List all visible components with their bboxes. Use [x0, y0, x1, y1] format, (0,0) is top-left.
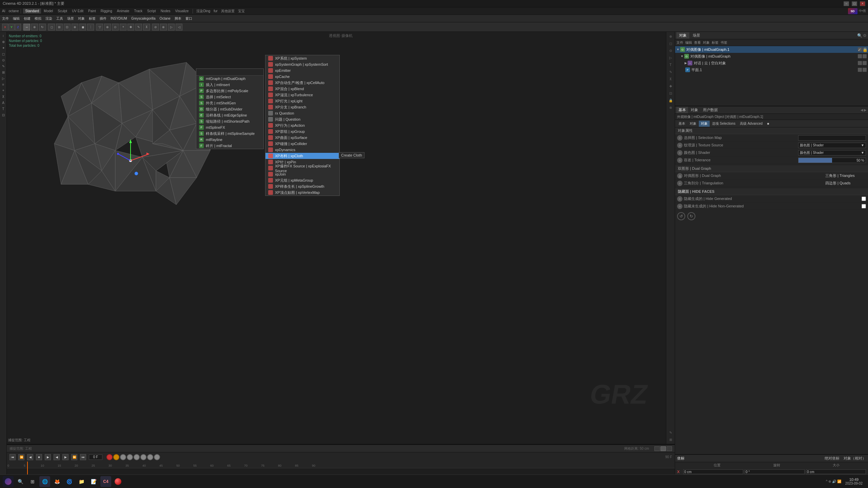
record-btn4[interactable]	[127, 454, 133, 460]
dropdown-item-fractal[interactable]: F 碎片 | mtFractal	[196, 143, 263, 149]
rotate-tool[interactable]: ↻	[39, 24, 46, 30]
obj-ctrl-vis2[interactable]	[858, 54, 862, 58]
hidenongenerated-checkbox[interactable]	[862, 204, 866, 208]
tab-uv[interactable]: UV Edit	[70, 8, 85, 14]
tab-objects[interactable]: 对象	[676, 32, 689, 39]
obj-row-dualgraph[interactable]: ▼ G 对偶图像 | mtDualGraph	[675, 53, 868, 60]
rdd-xpsystem[interactable]: XP系统 | xpSystem	[265, 55, 339, 61]
record-btn6[interactable]	[140, 454, 146, 460]
tab-animate[interactable]: Animate	[115, 8, 132, 14]
tab-fur[interactable]: fur	[212, 8, 219, 14]
btn-next-frame[interactable]: ▶	[62, 454, 68, 460]
tool-a[interactable]: ▽	[96, 24, 103, 30]
rdd-xpcollider[interactable]: XP碰撞 | xpCollider	[265, 141, 339, 147]
triangulation-toggle[interactable]: ○	[677, 181, 683, 186]
tool-i[interactable]: ⊗	[160, 24, 167, 30]
record-btn8[interactable]	[154, 454, 160, 460]
vr-icon-6[interactable]: ✎	[668, 69, 674, 75]
coord-tab-absolute[interactable]: 绝对坐标	[825, 456, 840, 461]
record-btn3[interactable]	[120, 454, 126, 460]
texsrc-toggle[interactable]: ○	[677, 143, 683, 148]
tool-k[interactable]: ◁	[176, 24, 182, 30]
tab-scene[interactable]: 场景	[690, 32, 703, 39]
filter-icon[interactable]: ⚙	[863, 33, 867, 38]
taskbar-start[interactable]	[3, 476, 14, 487]
taskbar-browser[interactable]: 🦊	[52, 476, 62, 487]
plugin-octane-tab[interactable]: octane	[8, 9, 19, 13]
tool-j[interactable]: ▷	[168, 24, 175, 30]
menu-render[interactable]: 渲染	[45, 16, 52, 21]
taskbar-chrome[interactable]: 🌐	[39, 476, 50, 487]
tool-b[interactable]: ⊕	[104, 24, 111, 30]
menu-edit[interactable]: 编辑	[13, 16, 20, 21]
left-icon-7[interactable]: ⊞	[1, 70, 6, 75]
dropdown-item-edgespline[interactable]: E 沿样条线 | mtEdgeSpline	[196, 112, 263, 118]
left-icon-1[interactable]: ↕	[1, 33, 6, 38]
left-icon-3[interactable]: ✦	[1, 45, 6, 50]
tool-f[interactable]: ✎	[135, 24, 142, 30]
vr-icon-1[interactable]: ⊕	[668, 33, 674, 39]
btn-next-keyframe[interactable]: ⏩	[71, 454, 77, 460]
minimize-btn[interactable]: －	[844, 1, 849, 6]
rdd-xpemitter[interactable]: xpEmitter	[265, 67, 339, 74]
tolerance-slider[interactable]: 50 %	[798, 158, 866, 163]
rdd-xpsurface[interactable]: XP曲面 | xpSurface	[265, 135, 339, 141]
view-btn4[interactable]: ⊗	[72, 24, 78, 30]
record-btn[interactable]	[106, 454, 113, 460]
view-btn1[interactable]: ◻	[48, 24, 55, 30]
tab-track[interactable]: Track	[132, 8, 144, 14]
tab-rigging[interactable]: Rigging	[99, 8, 114, 14]
rdd-xpcellauto[interactable]: XP自动生产/检查 | xpCellAuto	[265, 80, 339, 86]
taskbar-redball[interactable]	[113, 476, 123, 487]
rdd-xpaction[interactable]: XP行为 | xpAction	[265, 122, 339, 128]
props-tab-basic[interactable]: 基本	[676, 107, 688, 113]
menu-insydium[interactable]: INSYDIUM	[111, 17, 127, 20]
dropdown-item-mtgraph[interactable]: G mtGraph | mtDualGraph	[196, 76, 263, 82]
props-btn-reset[interactable]: ↻	[687, 212, 695, 220]
dropdown-item-rayline[interactable]: R mtRayline	[196, 137, 263, 143]
view-mode-2[interactable]	[660, 446, 666, 451]
dropdown-item-subdivider[interactable]: D 细分器 | mtSubDivider	[196, 106, 263, 112]
taskbar-edge[interactable]: 🌀	[64, 476, 75, 487]
search-icon[interactable]: 🔍	[857, 33, 862, 38]
section-dualgraph-header[interactable]: 双图形 | Dual Graph	[675, 165, 868, 172]
dropdown-item-splinefx[interactable]: F mtSplineFX	[196, 124, 263, 130]
obj-ctrl-lock3[interactable]	[863, 61, 867, 65]
rdd-rxquestion[interactable]: rx Question	[265, 110, 339, 116]
tab-standard[interactable]: Standard	[23, 8, 41, 14]
taskbar-folder[interactable]: 📁	[76, 476, 87, 487]
rdd-xplight[interactable]: XP灯光 | xpLight	[265, 98, 339, 104]
props-nav-back[interactable]: ◀	[861, 108, 863, 112]
tab-paint[interactable]: Paint	[86, 8, 98, 14]
left-icon-5[interactable]: ⊙	[1, 58, 6, 62]
taskbar-search[interactable]: 🔍	[15, 476, 26, 487]
rdd-xpdynamics[interactable]: xpDynamics	[265, 147, 339, 153]
record-btn2[interactable]	[113, 454, 119, 460]
vr-icon-11[interactable]: ⊗	[668, 104, 674, 110]
vr-icon-5[interactable]: T	[668, 62, 674, 68]
left-icon-4[interactable]: ◻	[1, 52, 6, 56]
vr-icon-2[interactable]: ◻	[668, 40, 674, 46]
tool-e[interactable]: ✚	[127, 24, 134, 30]
vr-icon-bottom2[interactable]: ⊞	[668, 436, 674, 443]
plugin-ai-tab[interactable]: AI	[2, 9, 5, 13]
sub-tab-selections[interactable]: 选项 Selections	[710, 121, 737, 127]
rdd-xpmetagroup[interactable]: XP元组 | xpMetaGroup	[265, 177, 339, 183]
menu-window[interactable]: 窗口	[185, 16, 192, 21]
dropdown-item-select[interactable]: S 选择 | mtSelect	[196, 94, 263, 100]
rdd-xpcloth[interactable]: XP布料 | xpCloth Create Cloth	[265, 153, 339, 159]
record-btn5[interactable]	[134, 454, 140, 460]
taskbar-c4d[interactable]: C4	[100, 476, 111, 487]
coord-x-size[interactable]	[806, 469, 866, 474]
hidegenerated-checkbox[interactable]	[862, 197, 866, 201]
btn-play-reverse[interactable]: ◀	[54, 454, 60, 460]
right-dropdown-menu[interactable]: XP系统 | xpSystem xpSystemGraph | xpSystem…	[265, 55, 340, 196]
selmap-input[interactable]	[798, 135, 866, 141]
view-mode-3[interactable]	[667, 446, 672, 451]
rdd-xpcache[interactable]: xpCache	[265, 74, 339, 80]
rdd-xpvertexmap[interactable]: XP顶点贴图 | xpVertexMap	[265, 189, 339, 196]
lock-z[interactable]: Z	[15, 24, 21, 30]
btn-prev-keyframe[interactable]: ⏪	[18, 454, 24, 460]
rdd-xpturbulence[interactable]: XP湍流 | xpTurbulence	[265, 92, 339, 98]
vr-icon-8[interactable]: ✚	[668, 83, 674, 89]
